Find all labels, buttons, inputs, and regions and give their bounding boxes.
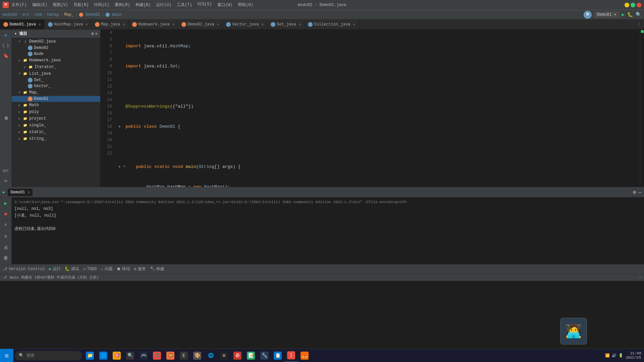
tree-item-string[interactable]: ▶ 📁 string_	[12, 135, 100, 142]
menu-refactor[interactable]: 重构(R)	[115, 2, 130, 8]
menu-tools[interactable]: 工具(T)	[177, 2, 192, 8]
menu-edit[interactable]: 编辑(E)	[32, 2, 48, 8]
network-icon[interactable]: 📶	[605, 353, 610, 358]
sidebar-settings[interactable]: ⚙	[92, 31, 94, 36]
debug-item[interactable]: 🐛 调试	[65, 266, 79, 272]
tab-demo02[interactable]: Demo02.java ✕	[178, 19, 223, 29]
taskbar-search[interactable]: 🔍 搜索	[15, 351, 82, 360]
taskbar-browser[interactable]: 🦊	[298, 349, 311, 362]
run-tab-close[interactable]: ✕	[28, 190, 30, 194]
search-button[interactable]: 🔍	[636, 12, 641, 17]
run-button[interactable]: ▶	[622, 12, 625, 17]
tree-item-homework[interactable]: ▶ 📁 Homework.java	[12, 57, 100, 64]
tab-collection[interactable]: Collection_java ✕	[305, 19, 359, 29]
close-button[interactable]	[637, 3, 641, 7]
tree-item-demo02java[interactable]: ▼ J Demo02.java	[12, 38, 100, 45]
run-tab-demo01[interactable]: Demo01 ✕	[8, 189, 33, 196]
todo-item[interactable]: ☑ TODO	[83, 266, 97, 272]
taskbar-epicgames[interactable]: E	[177, 349, 191, 362]
structure-button[interactable]: { }	[1, 41, 10, 50]
taskbar-edge[interactable]: 🌐	[97, 349, 110, 362]
tab-map[interactable]: Map.java ✕	[92, 19, 129, 29]
menu-help[interactable]: 帮助(H)	[238, 2, 253, 8]
tab-close-homework[interactable]: ✕	[172, 22, 175, 26]
close-panel-icon[interactable]: —	[639, 190, 641, 195]
tab-close-hashmap[interactable]: ✕	[86, 22, 88, 26]
services-item[interactable]: ⚙ 服务	[134, 266, 146, 272]
taskbar-explorer[interactable]: 📁	[83, 349, 97, 362]
clear-button[interactable]: 🗑	[1, 253, 10, 263]
taskbar-app11[interactable]: ⚙	[217, 349, 231, 362]
tab-close-map[interactable]: ✕	[123, 22, 125, 26]
taskbar-vscode[interactable]: 📋	[271, 349, 284, 362]
run-config-selector[interactable]: Demo01 ▾	[594, 11, 619, 18]
menu-window[interactable]: 窗口(W)	[217, 2, 233, 8]
tab-close-set[interactable]: ✕	[299, 22, 301, 26]
settings-icon[interactable]: ⚙	[633, 189, 636, 195]
tree-item-math[interactable]: ▶ 📁 Math	[12, 102, 100, 109]
user-avatar[interactable]: M	[584, 11, 592, 19]
code-editor[interactable]: 4 5 6 7 8 9 10 11 12 13 14 15 16 17 18 1…	[101, 29, 644, 187]
battery-icon[interactable]: 🔋	[619, 353, 623, 358]
tab-close-vector[interactable]: ✕	[261, 22, 264, 26]
git-button[interactable]: GIT	[1, 166, 10, 176]
taskbar-steam[interactable]: 🎮	[137, 349, 150, 362]
breadcrumb-project[interactable]: mxdx02	[3, 12, 17, 17]
menu-nav[interactable]: 导航(N)	[73, 2, 89, 8]
bookmarks-button[interactable]: 🔖	[1, 51, 10, 60]
taskbar-app13[interactable]: 📝	[244, 349, 258, 362]
breadcrumb-hansp[interactable]: hansp	[47, 12, 59, 17]
breadcrumb-main[interactable]: ⬤ main	[105, 12, 122, 17]
menu-code[interactable]: 代码(C)	[94, 2, 109, 8]
sidebar-close[interactable]: ✕	[95, 31, 98, 36]
run-item[interactable]: ▶ 运行	[49, 266, 61, 272]
tab-close-demo01[interactable]: ✕	[39, 22, 41, 26]
taskbar-app9[interactable]: 🎨	[191, 349, 204, 362]
tree-item-single[interactable]: ▶ 📁 single_	[12, 122, 100, 129]
terminal-item[interactable]: ⏹ 终结	[117, 266, 130, 272]
stop-button[interactable]: ■	[1, 209, 10, 219]
version-control-item[interactable]: ⎇ Version Control	[3, 266, 45, 272]
volume-icon[interactable]: 🔊	[612, 353, 616, 358]
menu-view[interactable]: 视图(V)	[53, 2, 68, 8]
breadcrumb-demo01[interactable]: ⬤ Demo01	[79, 12, 100, 17]
tree-item-project[interactable]: ▶ 📁 project	[12, 115, 100, 122]
tree-item-vector[interactable]: Vector_	[12, 83, 100, 89]
tree-item-list[interactable]: ▼ 📁 List_java	[12, 70, 100, 77]
taskbar-app14[interactable]: 🔧	[258, 349, 271, 362]
tree-item-set[interactable]: Set_	[12, 77, 100, 83]
window-controls[interactable]	[625, 3, 641, 7]
maximize-button[interactable]	[631, 3, 635, 7]
project-view-button[interactable]: ≡	[1, 31, 10, 40]
start-button[interactable]: ⊞	[0, 349, 13, 362]
tree-item-demo02[interactable]: Demo02	[12, 45, 100, 51]
minimize-button[interactable]	[625, 3, 629, 7]
menu-vcs[interactable]: VCS(S)	[197, 2, 212, 8]
taskbar-app6[interactable]: 🎵	[150, 349, 164, 362]
menu-run[interactable]: 运行(U)	[156, 2, 171, 8]
taskbar-app12[interactable]: 🎯	[231, 349, 244, 362]
tab-actions[interactable]: ⋮	[634, 19, 644, 29]
tab-hashmap[interactable]: HashMap.java ✕	[45, 19, 92, 29]
menu-build[interactable]: 构建(B)	[136, 2, 151, 8]
tab-more-button[interactable]: ⋮	[637, 21, 641, 27]
taskbar-chrome[interactable]: 🌐	[204, 349, 217, 362]
tab-homework[interactable]: Homework.java ✕	[129, 19, 178, 29]
tab-set[interactable]: Set_java ✕	[267, 19, 305, 29]
terminal-button[interactable]: ⌨	[1, 176, 10, 186]
tree-item-poly[interactable]: ▶ 📁 poly	[12, 109, 100, 115]
tree-item-node[interactable]: Node	[12, 51, 100, 57]
taskbar-intellij[interactable]: I	[284, 349, 298, 362]
scroll-end-button[interactable]: ⬇	[1, 220, 10, 230]
taskbar-app7[interactable]: 🦁	[164, 349, 177, 362]
tree-item-demo01[interactable]: Demo01	[12, 96, 100, 102]
breadcrumb-map[interactable]: Map_	[64, 12, 74, 17]
tab-vector[interactable]: Vector_java ✕	[223, 19, 267, 29]
menu-file[interactable]: 文件(F)	[11, 2, 27, 8]
debug-button[interactable]: 🐛	[627, 12, 633, 17]
tree-item-map[interactable]: ▼ 📁 Map_	[12, 89, 100, 96]
taskbar-app3[interactable]: 🎯	[110, 349, 123, 362]
build-item[interactable]: 🔨 构建	[150, 266, 164, 272]
tab-close-demo02[interactable]: ✕	[217, 22, 219, 26]
tree-item-iterator[interactable]: ▶ 📁 Iterator_	[12, 64, 100, 70]
